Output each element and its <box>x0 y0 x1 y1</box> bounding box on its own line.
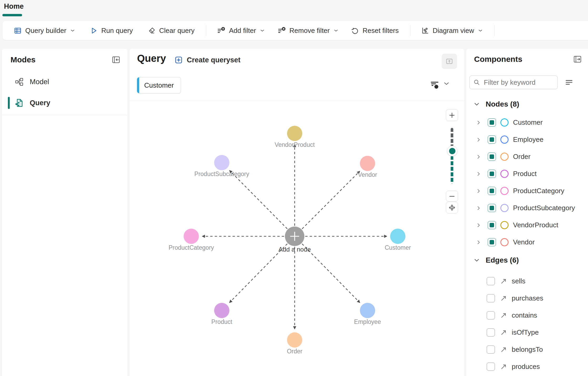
selected-item-indicator <box>8 97 10 109</box>
node-row-ProductCategory[interactable]: ProductCategory <box>466 182 588 199</box>
query-panel: Query Create queryset Customer <box>129 49 464 376</box>
divider <box>2 115 128 115</box>
node-color-ring <box>500 118 509 127</box>
node-row-ProductSubcategory[interactable]: ProductSubcategory <box>466 199 588 217</box>
graph-node-Order[interactable] <box>287 332 302 348</box>
node-checkbox[interactable] <box>488 153 496 161</box>
node-checkbox[interactable] <box>488 118 496 127</box>
tab-home[interactable]: Home <box>4 2 24 11</box>
tab-home-active-indicator <box>2 14 22 16</box>
node-color-ring <box>500 153 509 161</box>
edge-row-label: isOfType <box>512 328 539 337</box>
node-row-Order[interactable]: Order <box>466 148 588 165</box>
open-in-panel-button[interactable] <box>442 54 457 69</box>
node-checkbox[interactable] <box>488 204 496 212</box>
search-input[interactable] <box>483 78 554 87</box>
graph-node-label: ProductCategory <box>169 244 214 251</box>
diagram-view-button[interactable]: Diagram view <box>421 27 483 35</box>
chevron-right-icon <box>476 239 481 245</box>
zoom-slider-track-lower <box>451 156 453 184</box>
edge-checkbox[interactable] <box>487 277 495 285</box>
zoom-slider[interactable] <box>451 128 453 184</box>
edges-section-header[interactable]: Edges (6) <box>466 255 588 266</box>
edge-row-belongsTo[interactable]: belongsTo <box>466 341 588 358</box>
nodes-section-header[interactable]: Nodes (8) <box>466 99 588 110</box>
remove-filter-button[interactable]: Remove filter <box>277 26 338 35</box>
filter-settings-icon[interactable] <box>429 79 440 91</box>
node-checkbox[interactable] <box>488 136 496 144</box>
eraser-icon <box>148 27 156 35</box>
edge-row-purchases[interactable]: purchases <box>466 290 588 307</box>
chip-accent-bar <box>137 77 139 93</box>
components-edges-list: sellspurchasescontainsisOfTypebelongsTop… <box>466 273 588 375</box>
expand-panel-icon[interactable] <box>573 54 582 64</box>
node-color-ring <box>500 170 509 178</box>
edge-row-produces[interactable]: produces <box>466 358 588 375</box>
collapse-panel-icon[interactable] <box>111 55 121 64</box>
node-row-Vendor[interactable]: Vendor <box>466 234 588 251</box>
clear-query-button[interactable]: Clear query <box>148 27 194 35</box>
edge-checkbox[interactable] <box>487 311 495 319</box>
node-checkbox[interactable] <box>488 187 496 195</box>
zoom-slider-thumb[interactable] <box>447 146 458 156</box>
chevron-right-icon <box>476 154 481 160</box>
node-row-label: Employee <box>513 136 544 144</box>
edge-arrow-icon <box>500 295 507 302</box>
node-checkbox[interactable] <box>488 238 496 246</box>
reset-icon <box>351 27 359 35</box>
chevron-down-icon <box>474 101 480 107</box>
edge-checkbox[interactable] <box>487 294 495 302</box>
edge-arrow-icon <box>500 278 507 285</box>
create-queryset-button[interactable]: Create queryset <box>174 56 240 64</box>
chevron-down-icon <box>474 257 480 263</box>
sort-icon[interactable] <box>565 78 574 87</box>
filter-remove-icon <box>277 26 286 35</box>
node-row-VendorProduct[interactable]: VendorProduct <box>466 217 588 234</box>
keyword-filter-field[interactable] <box>469 76 558 89</box>
chevron-down-icon[interactable] <box>443 81 450 86</box>
run-query-button[interactable]: Run query <box>90 27 133 35</box>
edge-row-label: contains <box>512 311 537 319</box>
modes-panel: Modes Model <box>2 49 128 376</box>
graph-node-label: Employee <box>354 318 381 325</box>
chevron-down-icon <box>70 29 75 32</box>
graph-node-Customer[interactable] <box>390 229 405 244</box>
graph-node-ProductCategory[interactable] <box>184 229 199 244</box>
graph-node-VendorProduct[interactable] <box>287 126 302 141</box>
graph-node-Employee[interactable] <box>360 303 375 318</box>
node-checkbox[interactable] <box>488 221 496 229</box>
graph-node-Product[interactable] <box>214 303 229 318</box>
chevron-right-icon <box>476 120 481 126</box>
reset-filters-button[interactable]: Reset filters <box>351 27 399 35</box>
graph-canvas[interactable]: VendorProductVendorCustomerEmployeeOrder… <box>129 101 464 376</box>
sidebar-item-query[interactable]: Query <box>2 95 128 111</box>
queryset-chip-customer[interactable]: Customer <box>137 77 181 93</box>
node-row-label: ProductSubcategory <box>513 204 575 212</box>
edge-checkbox[interactable] <box>487 345 495 354</box>
pan-icon <box>448 204 456 212</box>
graph-node-label: VendorProduct <box>275 141 315 148</box>
node-row-Customer[interactable]: Customer <box>466 114 588 131</box>
node-row-Employee[interactable]: Employee <box>466 131 588 148</box>
chevron-down-icon <box>260 29 265 32</box>
sidebar-item-model[interactable]: Model <box>2 74 128 89</box>
node-row-label: Product <box>513 170 537 178</box>
edge-checkbox[interactable] <box>487 363 495 371</box>
add-filter-button[interactable]: Add filter <box>217 26 265 35</box>
node-color-ring <box>500 221 509 229</box>
zoom-in-button[interactable] <box>446 109 458 121</box>
edge-row-isOfType[interactable]: isOfType <box>466 324 588 341</box>
node-row-Product[interactable]: Product <box>466 165 588 182</box>
edge-row-contains[interactable]: contains <box>466 307 588 324</box>
node-checkbox[interactable] <box>488 170 496 178</box>
table-icon <box>14 27 22 35</box>
edge-arrow-icon <box>500 329 507 336</box>
diagram-icon <box>421 27 429 35</box>
query-builder-button[interactable]: Query builder <box>14 27 75 35</box>
edge-checkbox[interactable] <box>487 328 495 337</box>
edge-row-sells[interactable]: sells <box>466 273 588 290</box>
fit-to-view-button[interactable] <box>446 202 458 213</box>
zoom-out-button[interactable] <box>446 191 458 202</box>
graph-node-ProductSubcategory[interactable] <box>214 155 229 170</box>
graph-node-Vendor[interactable] <box>360 156 375 171</box>
